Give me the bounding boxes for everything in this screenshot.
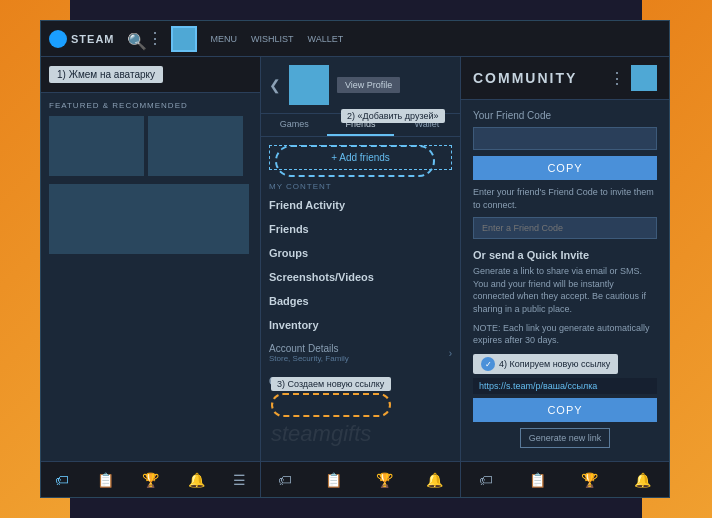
copy-link-button[interactable]: COPY — [473, 398, 657, 422]
nav-wallet[interactable]: WALLET — [302, 32, 350, 46]
middle-bottom-nav: 🏷 📋 🏆 🔔 — [261, 461, 460, 497]
featured-images — [49, 116, 252, 254]
featured-section: FEATURED & RECOMMENDED — [41, 93, 260, 461]
nav-bell-icon-mid[interactable]: 🔔 — [426, 472, 443, 488]
invite-link-url: https://s.team/p/ваша/ссылка — [473, 378, 657, 394]
nav-menu[interactable]: MENU — [205, 32, 244, 46]
profile-header: ❮ View Profile — [261, 57, 460, 114]
featured-image-3 — [49, 184, 249, 254]
featured-image-1 — [49, 116, 144, 176]
community-panel: COMMUNITY ⋮ Your Friend Code COPY Enter … — [461, 57, 669, 497]
left-panel: 1) Жмем на аватарку FEATURED & RECOMMEND… — [41, 57, 261, 497]
step4-tooltip: ✓ 4) Копируем новую ссылку — [473, 354, 618, 374]
nav-bell-icon[interactable]: 🔔 — [188, 472, 205, 488]
groups-item[interactable]: Groups — [261, 241, 460, 265]
nav-tag-icon-mid[interactable]: 🏷 — [278, 472, 292, 488]
nav-trophy-icon-mid[interactable]: 🏆 — [376, 472, 393, 488]
nav-tag-icon[interactable]: 🏷 — [55, 472, 69, 488]
quick-invite-description: Generate a link to share via email or SM… — [473, 265, 657, 315]
nav-wishlist[interactable]: WISHLIST — [245, 32, 300, 46]
nav-list-icon[interactable]: 📋 — [97, 472, 114, 488]
account-details-label: Account Details — [269, 343, 349, 354]
left-panel-header: 1) Жмем на аватарку — [41, 57, 260, 93]
nav-tag-icon-comm[interactable]: 🏷 — [479, 472, 493, 488]
quick-invite-label: Or send a Quick Invite — [473, 249, 657, 261]
avatar[interactable] — [171, 26, 197, 52]
screenshots-item[interactable]: Screenshots/Videos — [261, 265, 460, 289]
top-bar: STEAM 🔍 ⋮ MENU WISHLIST WALLET — [41, 21, 669, 57]
generate-new-link-button[interactable]: Generate new link — [520, 428, 611, 448]
nav-list-icon-mid[interactable]: 📋 — [325, 472, 342, 488]
nav-bell-icon-comm[interactable]: 🔔 — [634, 472, 651, 488]
community-avatar[interactable] — [631, 65, 657, 91]
steam-overlay: STEAM 🔍 ⋮ MENU WISHLIST WALLET 1) Жмем н… — [40, 20, 670, 498]
friends-item[interactable]: Friends — [261, 217, 460, 241]
step1-tooltip: 1) Жмем на аватарку — [49, 66, 163, 83]
community-title: COMMUNITY — [473, 70, 603, 86]
featured-label: FEATURED & RECOMMENDED — [49, 101, 252, 110]
search-icon[interactable]: 🔍 — [127, 32, 141, 46]
chevron-right-icon: › — [449, 348, 452, 359]
generate-link-highlight — [271, 393, 391, 417]
friend-activity-item[interactable]: Friend Activity — [261, 193, 460, 217]
community-content: Your Friend Code COPY Enter your friend'… — [461, 100, 669, 461]
community-bottom-nav: 🏷 📋 🏆 🔔 — [461, 461, 669, 497]
check-icon: ✓ — [481, 357, 495, 371]
view-profile-button[interactable]: View Profile — [337, 77, 400, 93]
back-button[interactable]: ❮ — [269, 77, 281, 93]
more-icon[interactable]: ⋮ — [147, 29, 163, 48]
tab-games[interactable]: Games — [261, 114, 327, 136]
inventory-item[interactable]: Inventory — [261, 313, 460, 337]
featured-image-2 — [148, 116, 243, 176]
step4-container: ✓ 4) Копируем новую ссылку — [473, 353, 657, 379]
friend-code-input[interactable] — [473, 127, 657, 150]
account-details-sub: Store, Security, Family — [269, 354, 349, 363]
quick-invite-note: NOTE: Each link you generate automatical… — [473, 322, 657, 347]
nav-trophy-icon-comm[interactable]: 🏆 — [581, 472, 598, 488]
my-content-label: MY CONTENT — [261, 178, 460, 193]
left-bottom-nav: 🏷 📋 🏆 🔔 ☰ — [41, 461, 260, 497]
add-friends-button[interactable]: + Add friends — [269, 145, 452, 170]
step3-tooltip: 3) Создаем новую ссылку — [271, 377, 391, 391]
steam-logo-text: STEAM — [71, 33, 115, 45]
steam-logo-icon — [49, 30, 67, 48]
nav-list-icon-comm[interactable]: 📋 — [529, 472, 546, 488]
nav-menu-icon[interactable]: ☰ — [233, 472, 246, 488]
main-content: 1) Жмем на аватарку FEATURED & RECOMMEND… — [41, 57, 669, 497]
step2-tooltip: 2) «Добавить друзей» — [341, 109, 445, 123]
middle-panel: ❮ View Profile 2) «Добавить друзей» Game… — [261, 57, 461, 497]
watermark: steamgifts — [271, 421, 371, 447]
enter-friend-code-input[interactable] — [473, 217, 657, 239]
copy-friend-code-button[interactable]: COPY — [473, 156, 657, 180]
step3-annotation: 3) Создаем новую ссылку — [271, 377, 391, 417]
community-header: COMMUNITY ⋮ — [461, 57, 669, 100]
community-more-icon[interactable]: ⋮ — [609, 69, 625, 88]
friend-code-label: Your Friend Code — [473, 110, 657, 121]
steam-logo: STEAM — [49, 30, 115, 48]
invite-description: Enter your friend's Friend Code to invit… — [473, 186, 657, 211]
nav-trophy-icon[interactable]: 🏆 — [142, 472, 159, 488]
account-details-item[interactable]: Account Details Store, Security, Family … — [261, 337, 460, 369]
badges-item[interactable]: Badges — [261, 289, 460, 313]
profile-avatar[interactable] — [289, 65, 329, 105]
